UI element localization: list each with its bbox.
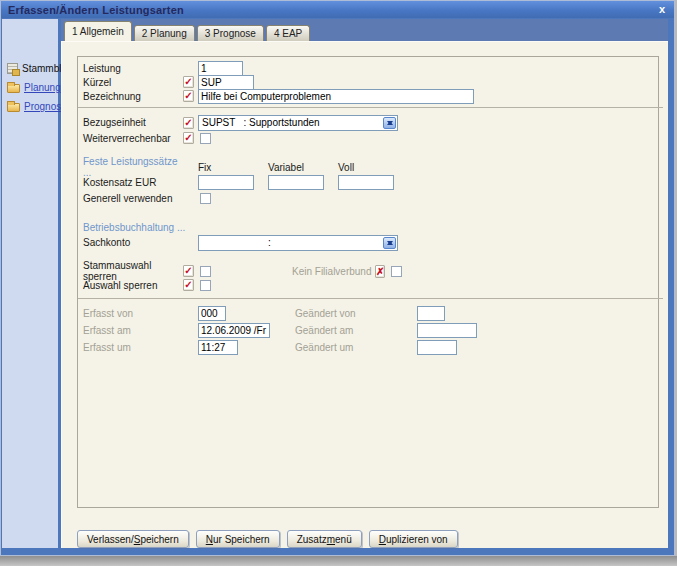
window-body: Stammblatt Planung Prognose 1 Allgemein … [2, 19, 673, 548]
geaendert-um-label: Geändert um [295, 342, 353, 353]
sidebar-item-planung[interactable]: Planung [7, 82, 58, 93]
sidebar-item-prognose[interactable]: Prognose [7, 101, 58, 112]
weiterverrechenbar-checkbox[interactable] [200, 133, 211, 144]
row-stammauswahl: Stammauswahl sperren ✓ Kein Filialverbun… [83, 264, 658, 278]
kuerzel-input[interactable] [198, 75, 254, 90]
desktop-strip [0, 556, 677, 566]
form-groupbox: Leistung Kürzel ✓ Bezeichnung [77, 56, 659, 508]
leistung-input[interactable] [198, 61, 243, 76]
row-kuerzel: Kürzel ✓ [83, 75, 658, 89]
row-sachkonto: Sachkonto : [83, 234, 658, 251]
col-voll: Voll [338, 162, 408, 173]
bezeichnung-input[interactable] [198, 89, 474, 104]
required-x-icon: ✗ [375, 265, 385, 278]
titlebar: Erfassen/Ändern Leistungsarten x [1, 1, 674, 18]
row-kostensatz: Kostensatz EUR [83, 174, 658, 191]
col-variabel: Variabel [268, 162, 338, 173]
erfasst-von-input[interactable] [198, 306, 226, 321]
geaendert-am-input[interactable] [417, 323, 477, 338]
stammauswahl-checkbox[interactable] [200, 266, 211, 277]
duplizieren-von-button[interactable]: Duplizieren von [369, 530, 458, 548]
leistung-label: Leistung [83, 63, 183, 74]
separator [78, 107, 663, 108]
required-check-icon: ✓ [183, 132, 194, 144]
row-bezeichnung: Bezeichnung ✓ [83, 89, 658, 103]
auswahl-label: Auswahl sperren [83, 280, 183, 291]
kostensatz-fix-input[interactable] [198, 175, 254, 190]
geaendert-am-label: Geändert am [295, 325, 353, 336]
row-weiterverrechenbar: Weiterverrechenbar ✓ [83, 131, 658, 145]
sachkonto-value: : [202, 237, 271, 248]
main-area: 1 Allgemein 2 Planung 3 Prognose 4 EAP L… [61, 19, 668, 548]
verlassen-speichern-button[interactable]: Verlassen/Speichern [77, 530, 189, 548]
prognose-folder-icon [7, 103, 20, 112]
required-check-icon: ✓ [183, 90, 194, 102]
zusatzmenu-button[interactable]: Zusatzmenü [287, 530, 362, 548]
betriebsbuchhaltung-header: Betriebsbuchhaltung ... [83, 222, 243, 233]
tab-prognose[interactable]: 3 Prognose [197, 25, 264, 41]
row-leistungssaetze-header: Feste Leistungssätze ... Fix Variabel Vo… [83, 160, 658, 174]
erfasst-am-input[interactable] [198, 323, 270, 338]
erfasst-am-label: Erfasst am [83, 325, 183, 336]
row-erfasst-von: Erfasst von Geändert von [83, 305, 658, 322]
kostensatz-label: Kostensatz EUR [83, 177, 183, 188]
weiterverrechenbar-label: Weiterverrechenbar [83, 133, 183, 144]
sidebar: Stammblatt Planung Prognose [2, 19, 58, 548]
kostensatz-variabel-input[interactable] [268, 175, 324, 190]
bezugseinheit-label: Bezugseinheit [83, 117, 183, 128]
row-erfasst-am: Erfasst am Geändert am [83, 322, 658, 339]
tab-allgemein[interactable]: 1 Allgemein [64, 21, 132, 41]
kuerzel-label: Kürzel [83, 77, 183, 88]
app-window: Erfassen/Ändern Leistungsarten x Stammbl… [0, 0, 675, 556]
close-icon[interactable]: x [657, 4, 667, 15]
planung-folder-icon [7, 84, 20, 93]
row-erfasst-um: Erfasst um Geändert um [83, 339, 658, 356]
row-bezugseinheit: Bezugseinheit ✓ SUPST : Supportstunden [83, 114, 658, 131]
generell-checkbox[interactable] [200, 193, 211, 204]
row-betriebsbuchhaltung-header: Betriebsbuchhaltung ... [83, 220, 658, 234]
window-title: Erfassen/Ändern Leistungsarten [8, 4, 184, 16]
sidebar-item-stammblatt[interactable]: Stammblatt [7, 63, 58, 74]
sachkonto-combobox[interactable]: : [198, 235, 398, 251]
button-row: Verlassen/Speichern Nur Speichern Zusatz… [77, 530, 668, 548]
erfasst-von-label: Erfasst von [83, 308, 183, 319]
sidebar-item-label: Planung [24, 82, 61, 93]
col-fix: Fix [198, 162, 268, 173]
required-check-icon: ✓ [183, 117, 194, 129]
row-generell: Generell verwenden [83, 191, 658, 205]
generell-label: Generell verwenden [83, 193, 183, 204]
kein-filialverbund-label: Kein Filialverbund [292, 266, 372, 277]
sachkonto-label: Sachkonto [83, 237, 183, 248]
row-leistung: Leistung [83, 61, 658, 75]
erfasst-um-input[interactable] [198, 340, 238, 355]
separator [78, 298, 663, 299]
tab-planung[interactable]: 2 Planung [134, 25, 195, 41]
bezeichnung-label: Bezeichnung [83, 91, 183, 102]
stammblatt-card-icon [7, 63, 18, 74]
kostensatz-voll-input[interactable] [338, 175, 394, 190]
bezugseinheit-combobox[interactable]: SUPST : Supportstunden [198, 115, 398, 131]
erfasst-um-label: Erfasst um [83, 342, 183, 353]
tab-eap[interactable]: 4 EAP [266, 25, 310, 41]
combo-spinner-icon[interactable] [383, 117, 396, 129]
kein-filialverbund-checkbox[interactable] [391, 266, 402, 277]
tab-strip: 1 Allgemein 2 Planung 3 Prognose 4 EAP [61, 19, 668, 41]
auswahl-checkbox[interactable] [200, 280, 211, 291]
tab-page-allgemein: Leistung Kürzel ✓ Bezeichnung [61, 41, 668, 548]
geaendert-von-input[interactable] [417, 306, 445, 321]
required-check-icon: ✓ [183, 76, 194, 88]
row-auswahl: Auswahl sperren ✓ [83, 278, 658, 292]
nur-speichern-button[interactable]: Nur Speichern [196, 530, 280, 548]
bezugseinheit-value: SUPST : Supportstunden [202, 117, 320, 128]
required-check-icon: ✓ [183, 279, 194, 291]
combo-spinner-icon[interactable] [383, 237, 396, 249]
geaendert-um-input[interactable] [417, 340, 457, 355]
required-check-icon: ✓ [183, 265, 194, 277]
geaendert-von-label: Geändert von [295, 308, 356, 319]
screen: Erfassen/Ändern Leistungsarten x Stammbl… [0, 0, 677, 566]
